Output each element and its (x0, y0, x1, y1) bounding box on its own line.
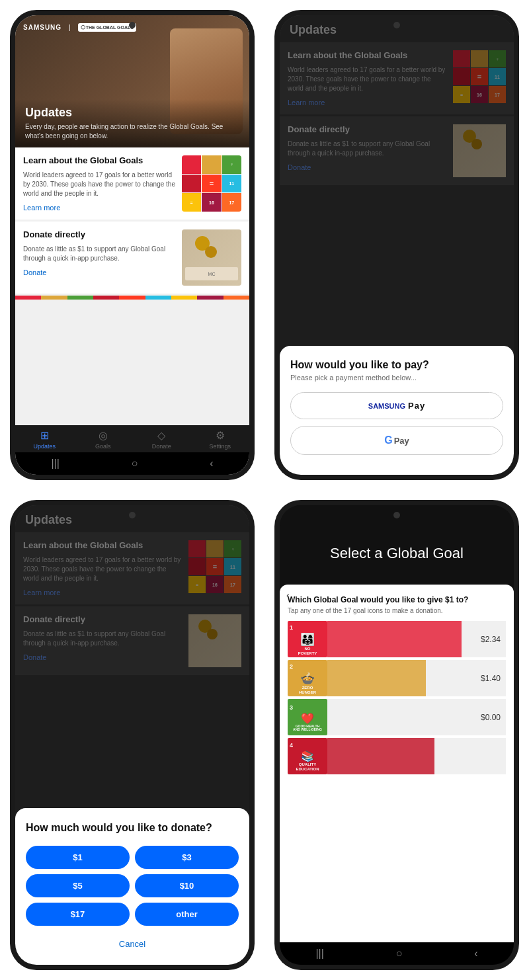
goal-bar-fill-2 (327, 660, 426, 696)
goal-name-4: QUALITYEDUCATION (294, 762, 321, 771)
samsung-pay-button[interactable]: SAMSUNG Pay (290, 392, 503, 419)
goals-grid: ♀ = 11 = 16 17 (182, 155, 241, 212)
phone-frame-2: Updates Learn about the Global Goals Wor… (274, 10, 519, 480)
learn-card-text: Learn about the Global Goals World leade… (23, 155, 177, 212)
phone-screen-1: SAMSUNG | ⬡ THE GLOBAL GOALS Updates Eve… (15, 15, 249, 475)
band-2 (41, 296, 67, 300)
g-blue: G (384, 434, 392, 446)
goal-amount-1: $2.34 (481, 635, 501, 644)
band-8 (197, 296, 223, 300)
band-1 (15, 296, 41, 300)
goal-tile-1[interactable]: 1 👨‍👩‍👧 NOPOVERTY (288, 621, 327, 657)
donate-card-desc: Donate as little as $1 to support any Gl… (23, 245, 177, 263)
goal-cell-2 (202, 155, 221, 174)
nav-home-icon-4[interactable]: ○ (396, 948, 403, 960)
goal-cell-9: 17 (222, 193, 241, 212)
tab-bar: ⊞ Updates ◎ Goals ◇ Donate ⚙ Settings (15, 425, 249, 452)
goal-row-4: 4 📚 QUALITYEDUCATION (288, 738, 506, 774)
global-goals-brand: ⬡ (81, 24, 85, 30)
goal-bar-1: $2.34 (327, 621, 506, 657)
learn-card-desc: World leaders agreed to 17 goals for a b… (23, 171, 177, 198)
goal-amount-3: $0.00 (481, 713, 501, 722)
goal-hint: Tap any one of the 17 goal icons to make… (288, 607, 506, 614)
goal-name-1: NOPOVERTY (296, 647, 319, 655)
amount-btn-5[interactable]: $5 (26, 874, 130, 897)
front-camera-1 (129, 22, 136, 28)
donate-amount-modal: How much would you like to donate? $1 $3… (15, 808, 249, 965)
updates-tab-label: Updates (33, 443, 56, 450)
google-g-colored: GPay (384, 434, 409, 446)
learn-card-title: Learn about the Global Goals (23, 155, 177, 167)
front-camera-3 (129, 512, 136, 518)
tab-updates[interactable]: ⊞ Updates (15, 429, 74, 450)
goal-cell-7: = (182, 193, 201, 212)
goal-num-2: 2 (288, 662, 295, 671)
goal-icon-4: 📚 (301, 750, 314, 762)
coins-image: MC (182, 229, 241, 286)
samsung-brand: SAMSUNG (23, 24, 61, 31)
band-3 (67, 296, 93, 300)
samsung-pay-logo: SAMSUNG (368, 402, 405, 410)
goal-cell-3: ♀ (222, 155, 241, 174)
nav-back-icon-4[interactable]: ‹ (474, 948, 477, 960)
phone-screen-3: Updates Learn about the Global Goals Wor… (15, 505, 249, 965)
phone-frame-3: Updates Learn about the Global Goals Wor… (10, 500, 255, 970)
select-goal-title: Select a Global Goal (330, 545, 464, 562)
goal-amount-2: $1.40 (481, 674, 501, 683)
goal-tile-2[interactable]: 2 🍲 ZEROHUNGER (288, 660, 327, 696)
pay-text: Pay (394, 436, 409, 446)
card-detail-text: MC (208, 272, 216, 276)
amount-btn-17[interactable]: $17 (26, 903, 130, 926)
goal-selection-panel: ‹ Which Global Goal would you like to gi… (280, 585, 514, 942)
hero-overlay: Updates Every day, people are taking act… (15, 99, 249, 147)
learn-card[interactable]: Learn about the Global Goals World leade… (15, 147, 249, 220)
band-6 (145, 296, 171, 300)
amount-btn-3[interactable]: $3 (135, 846, 239, 869)
donate-card[interactable]: Donate directly Donate as little as $1 t… (15, 222, 249, 294)
goal-icon-3: ❤️ (301, 712, 314, 725)
band-5 (119, 296, 145, 300)
tab-goals[interactable]: ◎ Goals (74, 429, 133, 450)
settings-tab-icon: ⚙ (216, 429, 225, 442)
goal-selection-content: Which Global Goal would you like to give… (288, 592, 506, 774)
payment-modal-subtitle: Please pick a payment method below... (290, 374, 503, 382)
goals-tab-label: Goals (95, 443, 111, 450)
nav-bar-1: ||| ○ ‹ (15, 452, 249, 475)
goal-bar-4 (327, 738, 506, 774)
goal-tile-3[interactable]: 3 ❤️ GOOD HEALTHAND WELL-BEING (288, 699, 327, 735)
nav-back-icon[interactable]: ‹ (210, 458, 213, 470)
amount-btn-1[interactable]: $1 (26, 846, 130, 869)
goal-name-2: ZEROHUNGER (297, 686, 318, 694)
nav-home-icon[interactable]: ○ (132, 458, 138, 470)
goal-row-1: 1 👨‍👩‍👧 NOPOVERTY $2.34 (288, 621, 506, 657)
goal-cell-5: = (202, 175, 221, 193)
goal-question: Which Global Goal would you like to give… (288, 595, 506, 604)
cards-scroll: Learn about the Global Goals World leade… (15, 147, 249, 425)
updates-tab-icon: ⊞ (40, 429, 49, 442)
tab-settings[interactable]: ⚙ Settings (191, 429, 250, 450)
donate-link[interactable]: Donate (23, 268, 177, 276)
cancel-link[interactable]: Cancel (26, 934, 239, 954)
goal-row-2: 2 🍲 ZEROHUNGER $1.40 (288, 660, 506, 696)
goal-icon-1: 👨‍👩‍👧 (300, 632, 315, 647)
goal-cell-8: 16 (202, 193, 221, 212)
donate-card-text: Donate directly Donate as little as $1 t… (23, 229, 177, 286)
global-goals-text: THE GLOBAL GOALS (86, 25, 134, 30)
goal-cell-4 (182, 175, 201, 193)
nav-menu-icon[interactable]: ||| (51, 458, 59, 470)
goal-name-3: GOOD HEALTHAND WELL-BEING (291, 725, 324, 732)
tab-donate[interactable]: ◇ Donate (132, 429, 191, 450)
nav-menu-icon-4[interactable]: ||| (315, 948, 323, 960)
goal-tile-4[interactable]: 4 📚 QUALITYEDUCATION (288, 738, 327, 774)
goal-bar-fill-4 (327, 738, 434, 774)
goal-row-3: 3 ❤️ GOOD HEALTHAND WELL-BEING $0.00 (288, 699, 506, 735)
amount-btn-other[interactable]: other (135, 903, 239, 926)
google-pay-button[interactable]: GPay (290, 426, 503, 455)
learn-more-link[interactable]: Learn more (23, 204, 177, 212)
learn-card-image: ♀ = 11 = 16 17 (182, 155, 241, 212)
amount-btn-10[interactable]: $10 (135, 874, 239, 897)
band-4 (93, 296, 119, 300)
front-camera-4 (393, 512, 400, 518)
goal-cell-6: 11 (222, 175, 241, 193)
back-button[interactable]: ‹ (286, 590, 290, 600)
